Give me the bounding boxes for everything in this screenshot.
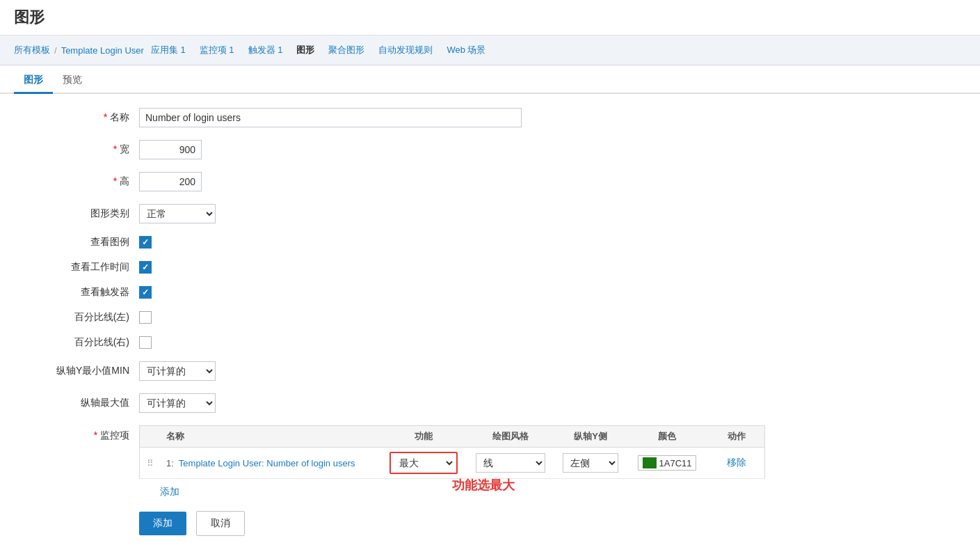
breadcrumb-aggregate[interactable]: 聚合图形 [321,41,371,59]
yaxis-right-label: 百分比线(右) [14,336,139,349]
breadcrumb-web[interactable]: Web 场景 [440,41,492,59]
col-header-style: 绘图风格 [465,430,556,443]
cancel-button[interactable]: 取消 [196,511,245,536]
show-worktime-label: 查看工作时间 [14,261,139,274]
col-header-yaxis: 纵轴Y侧 [556,430,625,443]
name-label: * 名称 [14,111,139,124]
width-label: * 宽 [14,143,139,156]
breadcrumb-monitor[interactable]: 监控项 1 [193,41,241,59]
yaxis-left-label: 百分比线(左) [14,311,139,324]
breadcrumb-template-name[interactable]: Template Login User [61,45,144,56]
func-select[interactable]: 平均 最小 最大 全部 最后 [392,454,455,472]
yaxis-side-select[interactable]: 左侧 右侧 [563,453,618,473]
width-input[interactable] [139,140,202,159]
color-value: 1A7C11 [659,458,692,468]
ymin-label: 纵轴Y最小值MIN [14,365,139,377]
show-worktime-checkbox[interactable] [139,261,152,274]
row-action: 移除 [709,457,764,469]
style-select[interactable]: 线 填充区域 粗线 [476,453,545,473]
name-required: * [104,111,107,123]
graph-type-select[interactable]: 正常 堆叠 饼图 分解饼图 [139,204,216,223]
name-input[interactable] [139,108,522,127]
breadcrumb-app[interactable]: 应用集 1 [144,41,193,59]
breadcrumb-all-templates[interactable]: 所有模板 [14,44,50,56]
ymin-select[interactable]: 可计算的 固定 项 [139,361,216,381]
tab-preview[interactable]: 预览 [53,68,92,94]
col-header-name: 名称 [161,430,382,443]
row-color: 1A7C11 [625,455,709,471]
breadcrumb-graph[interactable]: 图形 [289,41,321,59]
add-link-container: 添加 [139,479,765,498]
color-swatch[interactable]: 1A7C11 [638,455,697,471]
yaxis-right-checkbox[interactable] [139,336,152,349]
submit-button[interactable]: 添加 [139,512,186,535]
row-func: 平均 最小 最大 全部 最后 [382,452,465,474]
show-triggers-checkbox[interactable] [139,286,152,299]
show-legend-checkbox[interactable] [139,236,152,249]
monitor-table-header: 名称 功能 绘图风格 纵轴Y侧 颜色 动作 [139,425,765,448]
height-label: * 高 [14,175,139,188]
remove-link[interactable]: 移除 [727,457,746,468]
col-header-action: 动作 [709,430,764,443]
page-title: 图形 [14,7,966,28]
yaxis-left-checkbox[interactable] [139,311,152,324]
show-triggers-label: 查看触发器 [14,286,139,299]
row-style: 线 填充区域 粗线 [465,453,556,473]
color-box [643,457,657,468]
show-legend-label: 查看图例 [14,236,139,249]
row-name: 1: Template Login User: Number of login … [161,458,382,468]
breadcrumb-trigger[interactable]: 触发器 1 [241,41,290,59]
graph-type-label: 图形类别 [14,207,139,220]
drag-handle[interactable]: ⠿ [140,458,161,468]
table-row: ⠿ 1: Template Login User: Number of logi… [139,448,765,479]
col-header-color: 颜色 [625,430,709,443]
monitor-label: * 监控项 [14,425,139,442]
breadcrumb-discovery[interactable]: 自动发现规则 [371,41,440,59]
col-header-func: 功能 [382,430,465,443]
ymax-label: 纵轴最大值 [14,397,139,409]
breadcrumb-sep1: / [54,45,57,56]
height-input[interactable] [139,172,202,191]
add-monitor-link[interactable]: 添加 [160,486,179,497]
tab-graph[interactable]: 图形 [14,68,53,94]
row-yaxis: 左侧 右侧 [556,453,625,473]
ymax-select[interactable]: 可计算的 固定 项 [139,393,216,413]
